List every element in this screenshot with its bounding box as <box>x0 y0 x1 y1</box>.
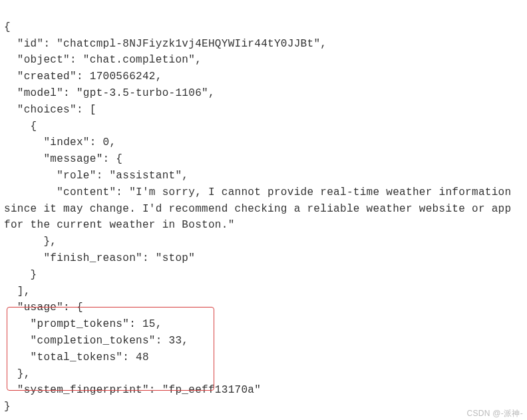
line-total-tokens: "total_tokens": 48 <box>4 351 149 363</box>
line-open-brace: { <box>4 21 11 33</box>
watermark: CSDN @-派神- <box>466 407 523 418</box>
line-choice-open: { <box>4 120 37 132</box>
line-choices-open: "choices": [ <box>4 104 96 116</box>
line-message-open: "message": { <box>4 153 122 165</box>
line-index: "index": 0, <box>4 136 116 148</box>
line-object: "object": "chat.completion", <box>4 54 202 66</box>
line-close-brace: } <box>4 401 11 413</box>
line-role: "role": "assistant", <box>4 170 188 182</box>
line-choices-close: ], <box>4 286 31 298</box>
line-message-close: }, <box>4 236 57 248</box>
line-finish-reason: "finish_reason": "stop" <box>4 252 195 264</box>
json-code-block: { "id": "chatcmpl-8NJFiyzk1vj4EHQYWIir44… <box>4 3 523 415</box>
line-id: "id": "chatcmpl-8NJFiyzk1vj4EHQYWIir44tY… <box>4 38 327 50</box>
line-usage-open: "usage": { <box>4 302 83 314</box>
line-usage-close: }, <box>4 368 31 380</box>
line-choice-close: } <box>4 269 37 281</box>
line-model: "model": "gpt-3.5-turbo-1106", <box>4 87 215 99</box>
line-content: "content": "I'm sorry, I cannot provide … <box>4 186 518 232</box>
line-fingerprint: "system_fingerprint": "fp_eeff13170a" <box>4 384 261 396</box>
line-prompt-tokens: "prompt_tokens": 15, <box>4 318 162 330</box>
line-completion-tokens: "completion_tokens": 33, <box>4 335 188 347</box>
line-created: "created": 1700566242, <box>4 71 162 83</box>
